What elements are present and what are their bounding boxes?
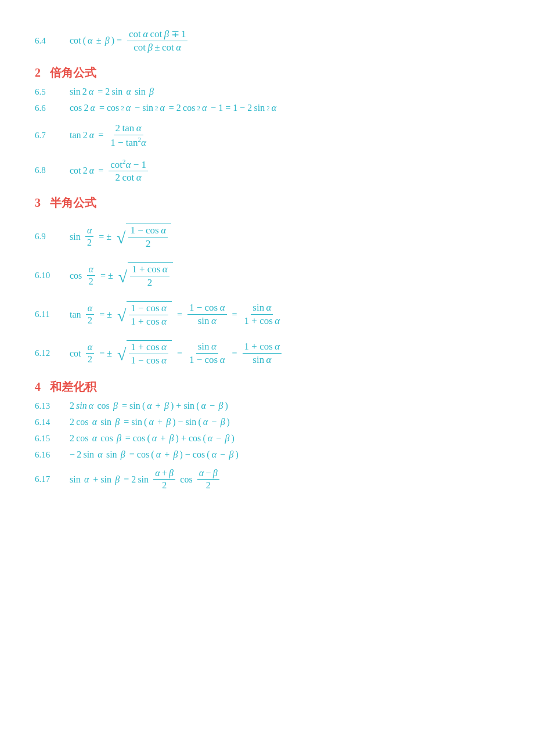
formula-6-4: 6.4 cot (α ± β) = cot α cot β ∓ 1 cot β … [35,28,499,53]
section-3-number: 3 [35,196,41,210]
formula-body-6-7: tan 2α = 2 tan α 1 − tan2α [70,123,149,149]
formula-body-6-9: sin α 2 = ± √ 1 − cos α 2 [70,224,172,250]
formula-body-6-8: cot 2α = cot2α − 1 2 cot α [70,158,149,184]
formula-num-6-10: 6.10 [35,271,64,280]
formula-6-13: 6.13 2sin α cos β = sin (α + β) + sin (α… [35,401,499,411]
formula-num-6-12: 6.12 [35,348,64,358]
formula-6-5: 6.5 sin 2α = 2 sin α sin β [35,87,499,97]
formula-num-6-17: 6.17 [35,474,64,484]
section-2-title: 倍角公式 [50,65,96,81]
formula-6-16: 6.16 − 2 sin α sin β = cos (α + β) − cos… [35,449,499,460]
formula-6-6: 6.6 cos 2α = cos2α − sin2α = 2 cos2α − 1… [35,103,499,113]
formula-6-10: 6.10 cos α 2 = ± √ 1 + cos α 2 [35,262,499,289]
formula-num-6-7: 6.7 [35,131,64,141]
formula-body-6-17: sin α + sin β = 2 sin α + β 2 cos α − β … [70,468,221,491]
formula-num-6-14: 6.14 [35,417,64,427]
section-4-header: 4 和差化积 [35,379,499,395]
section-4-title: 和差化积 [50,379,96,395]
section-3-header: 3 半角公式 [35,195,499,211]
formula-body-6-4: cot (α ± β) = cot α cot β ∓ 1 cot β ± co… [70,28,189,53]
formula-num-6-9: 6.9 [35,232,64,242]
formula-body-6-12: cot α 2 = ± √ 1 + cos α 1 − cos α = sin … [70,340,283,366]
formula-6-7: 6.7 tan 2α = 2 tan α 1 − tan2α [35,123,499,149]
formula-num-6-16: 6.16 [35,450,64,460]
formula-body-6-13: 2sin α cos β = sin (α + β) + sin (α − β) [70,401,228,411]
formula-num-6-15: 6.15 [35,434,64,444]
formula-num-6-11: 6.11 [35,309,64,319]
formula-body-6-11: tan α 2 = ± √ 1 − cos α 1 + cos α = 1 − … [70,301,283,327]
formula-num-6-6: 6.6 [35,103,64,113]
section-4-number: 4 [35,380,41,394]
formula-body-6-10: cos α 2 = ± √ 1 + cos α 2 [70,262,174,289]
formula-body-6-6: cos 2α = cos2α − sin2α = 2 cos2α − 1 = 1… [70,103,276,113]
formula-6-11: 6.11 tan α 2 = ± √ 1 − cos α 1 + cos α =… [35,301,499,327]
formula-num-6-8: 6.8 [35,165,64,175]
formula-body-6-14: 2 cos α sin β = sin (α + β) − sin (α − β… [70,417,230,427]
formula-6-9: 6.9 sin α 2 = ± √ 1 − cos α 2 [35,224,499,250]
formula-6-8: 6.8 cot 2α = cot2α − 1 2 cot α [35,158,499,184]
formula-6-15: 6.15 2 cos α cos β = cos (α + β) + cos (… [35,433,499,444]
formula-num-6-4: 6.4 [35,36,64,46]
section-2-header: 2 倍角公式 [35,65,499,81]
formula-body-6-15: 2 cos α cos β = cos (α + β) + cos (α − β… [70,433,234,444]
formula-6-17: 6.17 sin α + sin β = 2 sin α + β 2 cos α… [35,468,499,491]
formula-6-12: 6.12 cot α 2 = ± √ 1 + cos α 1 − cos α =… [35,340,499,366]
formula-num-6-5: 6.5 [35,87,64,97]
formula-body-6-5: sin 2α = 2 sin α sin β [70,87,154,97]
section-2-number: 2 [35,66,41,80]
section-3-title: 半角公式 [50,195,96,211]
formula-body-6-16: − 2 sin α sin β = cos (α + β) − cos (α −… [70,449,239,460]
formula-num-6-13: 6.13 [35,401,64,411]
formula-6-14: 6.14 2 cos α sin β = sin (α + β) − sin (… [35,417,499,427]
